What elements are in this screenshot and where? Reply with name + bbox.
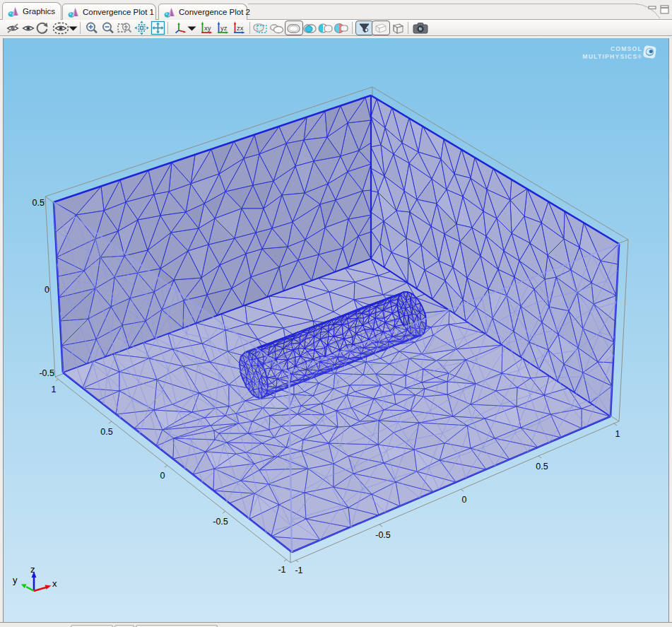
svg-text:1: 1 [615, 429, 620, 439]
svg-text:y: y [13, 575, 18, 585]
svg-text:yz: yz [220, 24, 228, 32]
svg-text:0.5: 0.5 [536, 462, 548, 471]
svg-text:-0.5: -0.5 [39, 368, 54, 378]
svg-text:0: 0 [462, 495, 467, 505]
svg-text:-1: -1 [295, 566, 302, 575]
svg-text:0.5: 0.5 [100, 427, 112, 437]
svg-text:-0.5: -0.5 [375, 530, 391, 540]
svg-text:-1: -1 [278, 565, 285, 575]
svg-text:z: z [30, 564, 35, 575]
svg-text:1: 1 [52, 385, 57, 394]
svg-text:-0.5: -0.5 [213, 517, 228, 527]
svg-text:0: 0 [45, 285, 49, 295]
svg-text:0.5: 0.5 [33, 198, 45, 208]
svg-text:zx: zx [237, 24, 244, 32]
svg-text:0: 0 [160, 471, 165, 481]
svg-text:xy: xy [204, 24, 211, 32]
svg-text:x: x [52, 578, 57, 589]
